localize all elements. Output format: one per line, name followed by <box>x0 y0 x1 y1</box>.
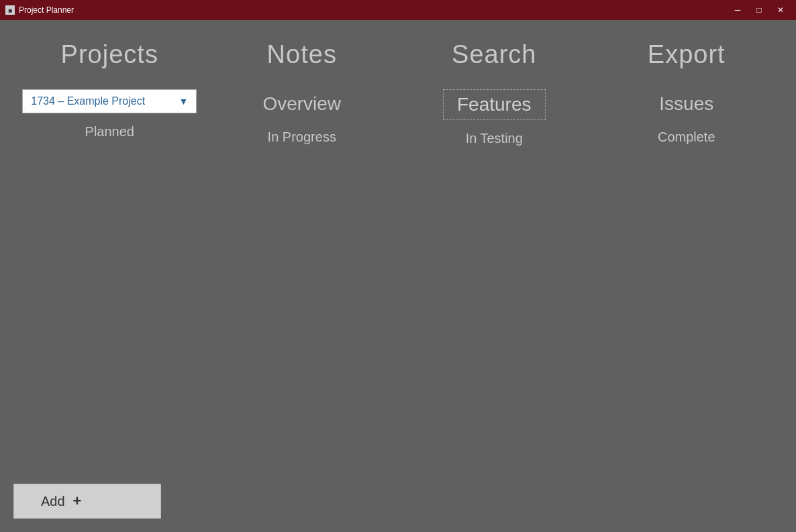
features-header[interactable]: Features <box>443 89 546 120</box>
add-button-label: Add <box>41 494 65 509</box>
overview-status: In Progress <box>268 129 336 145</box>
nav-row: Projects Notes Search Export <box>0 34 796 76</box>
bottom-bar: Add + <box>13 484 161 519</box>
nav-item-search[interactable]: Search <box>398 40 591 69</box>
app-icon: ■ <box>5 5 15 15</box>
add-plus-icon: + <box>73 492 82 510</box>
overview-header[interactable]: Overview <box>249 89 354 119</box>
project-selector[interactable]: 1734 – Example Project ▼ <box>22 89 197 113</box>
title-bar: ■ Project Planner ─ □ ✕ <box>0 0 796 20</box>
features-status: In Testing <box>466 131 523 146</box>
title-bar-left: ■ Project Planner <box>5 5 74 15</box>
project-selector-value: 1734 – Example Project <box>31 95 145 107</box>
issues-column: Issues Complete <box>591 89 783 146</box>
dropdown-arrow-icon: ▼ <box>179 96 188 107</box>
overview-column: Overview In Progress <box>206 89 399 146</box>
nav-item-notes[interactable]: Notes <box>206 40 399 69</box>
add-button[interactable]: Add + <box>13 484 161 519</box>
window-controls: ─ □ ✕ <box>728 3 791 17</box>
issues-header[interactable]: Issues <box>646 89 727 119</box>
minimize-button[interactable]: ─ <box>728 3 748 17</box>
features-column: Features In Testing <box>398 89 591 146</box>
nav-item-projects[interactable]: Projects <box>13 40 206 69</box>
main-content: Projects Notes Search Export 1734 – Exam… <box>0 20 796 532</box>
close-button[interactable]: ✕ <box>770 3 791 17</box>
nav-item-export[interactable]: Export <box>591 40 783 69</box>
projects-column: 1734 – Example Project ▼ Planned <box>13 89 206 146</box>
issues-status: Complete <box>658 129 715 145</box>
maximize-button[interactable]: □ <box>749 3 769 17</box>
columns-row: 1734 – Example Project ▼ Planned Overvie… <box>0 76 796 146</box>
projects-status: Planned <box>85 124 134 140</box>
app-title: Project Planner <box>19 5 74 15</box>
